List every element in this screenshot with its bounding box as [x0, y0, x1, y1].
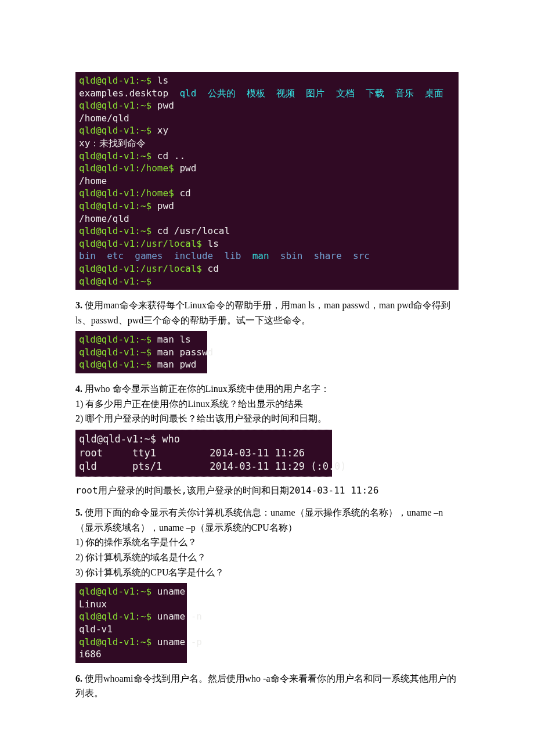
cmd: pwd	[151, 200, 174, 211]
q4-line2: 1) 有多少用户正在使用你的Linux系统？给出显示的结果	[75, 399, 303, 409]
ls-dir: src	[353, 250, 370, 261]
prompt: qld@qld-v1:~$	[79, 75, 151, 86]
output: /home/qld	[79, 213, 129, 224]
who-row-1: root tty1 2014-03-11 11:26	[79, 447, 305, 459]
q5-line1: 使用下面的命令显示有关你计算机系统信息：uname（显示操作系统的名称），una…	[75, 507, 443, 532]
prompt: qld@qld-v1:~$	[79, 586, 151, 597]
output: qld-v1	[79, 624, 113, 635]
q6-body: 使用whoami命令找到用户名。然后使用who -a命令来看看你的用户名和同一系…	[75, 674, 456, 699]
output: xy：未找到命令	[79, 138, 146, 149]
question-4: 4. 用who 命令显示当前正在你的Linux系统中使用的用户名字： 1) 有多…	[75, 381, 459, 426]
question-number: 3.	[75, 300, 85, 310]
output: Linux	[79, 599, 107, 610]
q5-line4: 3) 你计算机系统的CPU名字是什么？	[75, 567, 224, 577]
ls-link: man	[252, 250, 269, 261]
q5-line2: 1) 你的操作系统名字是什么？	[75, 537, 197, 547]
cmd: uname -p	[151, 636, 202, 647]
cmd: man passwd	[151, 347, 213, 358]
answer-note-4: root用户登录的时间最长,该用户登录的时间和日期2014-03-11 11:2…	[75, 485, 459, 497]
ls-dirs: bin etc games include lib	[79, 250, 252, 261]
output: /home	[79, 175, 107, 186]
prompt: qld@qld-v1:~$	[79, 636, 151, 647]
prompt: qld@qld-v1:/home$	[79, 188, 174, 199]
cmd: pwd	[174, 163, 197, 174]
cmd: pwd	[151, 100, 174, 111]
prompt: qld@qld-v1:~$	[79, 347, 151, 358]
prompt: qld@qld-v1:~$	[79, 359, 151, 370]
question-number: 4.	[75, 384, 85, 394]
question-number: 5.	[75, 507, 85, 517]
q4-line3: 2) 哪个用户登录的时间最长？给出该用户登录的时间和日期。	[75, 413, 327, 423]
terminal-screenshot-2: qld@qld-v1:~$ man ls qld@qld-v1:~$ man p…	[75, 331, 207, 373]
q4-line1: 用who 命令显示当前正在你的Linux系统中使用的用户名字：	[85, 384, 330, 394]
prompt: qld@qld-v1:~$	[79, 200, 151, 211]
document-page: qld@qld-v1:~$ ls examples.desktop qld 公共…	[0, 0, 534, 739]
prompt: qld@qld-v1:~$	[79, 433, 156, 445]
q5-line3: 2) 你计算机系统的域名是什么？	[75, 552, 206, 562]
terminal-screenshot-1: qld@qld-v1:~$ ls examples.desktop qld 公共…	[75, 72, 459, 290]
prompt: qld@qld-v1:~$	[79, 150, 151, 161]
prompt: qld@qld-v1:~$	[79, 125, 151, 136]
prompt: qld@qld-v1:/usr/local$	[79, 263, 202, 274]
prompt: qld@qld-v1:~$	[79, 276, 151, 287]
question-5: 5. 使用下面的命令显示有关你计算机系统信息：uname（显示操作系统的名称），…	[75, 505, 459, 579]
prompt: qld@qld-v1:~$	[79, 100, 151, 111]
cmd: uname -n	[151, 611, 202, 622]
ls-file: examples.desktop	[79, 88, 179, 99]
cmd: who	[156, 433, 180, 445]
cmd: cd /usr/local	[151, 225, 230, 236]
cmd: cd	[202, 263, 219, 274]
question-body: 使用man命令来获得每个Linux命令的帮助手册，用man ls，man pas…	[75, 300, 450, 325]
ls-dirs: sbin share	[269, 250, 353, 261]
who-row-2: qld pts/1 2014-03-11 11:29 (:0.0)	[79, 460, 347, 472]
cmd: ls	[202, 238, 219, 249]
terminal-screenshot-3: qld@qld-v1:~$ who root tty1 2014-03-11 1…	[75, 430, 332, 477]
cmd: ls	[151, 75, 168, 86]
prompt: qld@qld-v1:~$	[79, 611, 151, 622]
ls-dirs: qld 公共的 模板 视频 图片 文档 下载 音乐 桌面	[179, 88, 443, 99]
cmd: cd ..	[151, 150, 185, 161]
prompt: qld@qld-v1:/usr/local$	[79, 238, 202, 249]
cmd: xy	[151, 125, 168, 136]
question-3: 3. 使用man命令来获得每个Linux命令的帮助手册，用man ls，man …	[75, 298, 459, 327]
cmd: cd	[174, 188, 191, 199]
terminal-screenshot-4: qld@qld-v1:~$ uname Linux qld@qld-v1:~$ …	[75, 583, 187, 663]
cmd: man pwd	[151, 359, 196, 370]
question-6: 6. 使用whoami命令找到用户名。然后使用who -a命令来看看你的用户名和…	[75, 671, 459, 701]
output: i686	[79, 649, 102, 660]
prompt: qld@qld-v1:/home$	[79, 163, 174, 174]
cmd: man ls	[151, 334, 190, 345]
cmd: uname	[151, 586, 185, 597]
question-number: 6.	[75, 674, 85, 683]
prompt: qld@qld-v1:~$	[79, 225, 151, 236]
prompt: qld@qld-v1:~$	[79, 334, 151, 345]
output: /home/qld	[79, 113, 129, 124]
